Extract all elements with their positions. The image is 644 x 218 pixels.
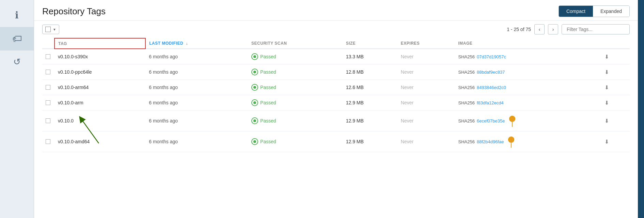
sha-label: SHA256 (458, 85, 475, 90)
download-icon[interactable]: ⬇ (604, 139, 609, 145)
tag-name-cell: v0.10.0 (54, 111, 145, 131)
sha-hash-link[interactable]: 6ecef07be35e (477, 118, 505, 123)
row-checkbox[interactable] (46, 85, 50, 90)
security-scan-cell: Passed (248, 111, 343, 131)
next-page-button[interactable]: › (548, 24, 558, 34)
passed-text: Passed (260, 139, 276, 144)
view-toggle: Compact Expanded (559, 5, 630, 17)
sha-hash-link[interactable]: 8493846ed2c0 (477, 85, 506, 90)
image-cell: SHA25607d37d19057c (455, 49, 599, 64)
th-actions (598, 38, 630, 49)
image-cell: SHA2568493846ed2c0 (455, 80, 599, 95)
download-icon[interactable]: ⬇ (604, 54, 609, 60)
th-security-scan: SECURITY SCAN (248, 38, 343, 49)
sha-label: SHA256 (458, 118, 475, 123)
passed-text: Passed (260, 54, 276, 59)
image-cell: SHA25688bdaf9ec837 (455, 64, 599, 80)
compact-view-button[interactable]: Compact (559, 6, 593, 17)
expires-cell: Never (397, 95, 455, 111)
last-modified-cell: 6 months ago (145, 64, 248, 80)
th-last-modified: LAST MODIFIED ↓ (145, 38, 248, 49)
row-checkbox[interactable] (46, 70, 50, 74)
passed-text: Passed (260, 118, 276, 123)
download-icon[interactable]: ⬇ (604, 85, 609, 90)
image-cell: SHA25688f2b4d96fae⬤ (455, 131, 599, 152)
passed-icon (251, 117, 258, 124)
download-cell: ⬇ (598, 80, 630, 95)
last-modified-cell: 6 months ago (145, 131, 248, 152)
row-checkbox[interactable] (46, 139, 50, 144)
download-cell: ⬇ (598, 95, 630, 111)
sidebar: ℹ 🏷 ↺ (0, 0, 34, 218)
expires-cell: Never (397, 64, 455, 80)
right-scrollbar-bar (638, 0, 644, 218)
sha-hash-link[interactable]: f83dfa12ecd4 (477, 100, 504, 105)
download-cell: ⬇ (598, 111, 630, 131)
sha-hash-link[interactable]: 07d37d19057c (477, 54, 506, 59)
download-icon[interactable]: ⬇ (604, 100, 609, 106)
expires-cell: Never (397, 111, 455, 131)
sha-label: SHA256 (458, 54, 475, 59)
row-checkbox[interactable] (46, 100, 50, 105)
last-modified-cell: 6 months ago (145, 49, 248, 64)
pagination-area: 1 - 25 of 75 ‹ › (507, 24, 630, 34)
table-body: v0.10.0-s390x6 months agoPassed13.3 MBNe… (42, 49, 630, 152)
table-row: v0.10.06 months agoPassed12.9 MBNeverSHA… (42, 111, 630, 131)
last-modified-cell: 6 months ago (145, 111, 248, 131)
download-cell: ⬇ (598, 64, 630, 80)
image-cell: SHA256f83dfa12ecd4 (455, 95, 599, 111)
th-expires: EXPIRES (397, 38, 455, 49)
expires-cell: Never (397, 131, 455, 152)
security-scan-cell: Passed (248, 95, 343, 111)
header: Repository Tags Compact Expanded (34, 0, 638, 21)
expanded-view-button[interactable]: Expanded (593, 6, 629, 17)
th-image: IMAGE (455, 38, 599, 49)
sha-label: SHA256 (458, 100, 475, 105)
pin-icon: ⬤ (508, 135, 515, 148)
select-all-dropdown[interactable]: ▼ (42, 25, 59, 34)
tag-name-cell: v0.10.0-arm (54, 95, 145, 111)
th-checkbox (42, 38, 54, 49)
table-row: v0.10.0-s390x6 months agoPassed13.3 MBNe… (42, 49, 630, 64)
image-cell: SHA2566ecef07be35e⬤ (455, 111, 599, 131)
last-modified-cell: 6 months ago (145, 80, 248, 95)
row-checkbox[interactable] (46, 54, 50, 59)
download-cell: ⬇ (598, 49, 630, 64)
size-cell: 12.9 MB (343, 95, 397, 111)
tag-name-cell: v0.10.0-arm64 (54, 80, 145, 95)
prev-page-button[interactable]: ‹ (534, 24, 545, 34)
download-cell: ⬇ (598, 131, 630, 152)
sha-hash-link[interactable]: 88f2b4d96fae (477, 139, 504, 144)
security-scan-cell: Passed (248, 80, 343, 95)
download-icon[interactable]: ⬇ (604, 118, 609, 124)
passed-text: Passed (260, 69, 276, 75)
tag-name-cell: v0.10.0-s390x (54, 49, 145, 64)
sha-label: SHA256 (458, 139, 475, 144)
sidebar-item-tags[interactable]: 🏷 (0, 27, 34, 50)
tag-name-cell: v0.10.0-ppc64le (54, 64, 145, 80)
size-cell: 12.9 MB (343, 111, 397, 131)
table-header-row: TAG LAST MODIFIED ↓ SECURITY SCAN SIZE E… (42, 38, 630, 49)
table-row: v0.10.0-arm646 months agoPassed12.6 MBNe… (42, 80, 630, 95)
info-icon: ℹ (15, 10, 19, 21)
sha-label: SHA256 (458, 70, 475, 75)
row-checkbox[interactable] (46, 118, 50, 123)
main-content: Repository Tags Compact Expanded ▼ 1 - 2… (34, 0, 638, 218)
sort-arrow-icon: ↓ (186, 41, 188, 45)
passed-icon (251, 53, 258, 60)
expires-cell: Never (397, 49, 455, 64)
table-container: TAG LAST MODIFIED ↓ SECURITY SCAN SIZE E… (34, 38, 638, 218)
filter-tags-input[interactable] (562, 24, 630, 34)
sidebar-item-info[interactable]: ℹ (0, 3, 34, 27)
passed-icon (251, 138, 258, 145)
security-scan-cell: Passed (248, 64, 343, 80)
sha-hash-link[interactable]: 88bdaf9ec837 (477, 70, 505, 75)
download-icon[interactable]: ⬇ (604, 69, 609, 75)
size-cell: 12.6 MB (343, 80, 397, 95)
history-icon: ↺ (13, 57, 21, 67)
page-title: Repository Tags (42, 6, 106, 17)
passed-icon (251, 99, 258, 106)
select-all-checkbox[interactable] (45, 27, 51, 32)
sidebar-item-history[interactable]: ↺ (0, 50, 34, 73)
passed-text: Passed (260, 85, 276, 90)
